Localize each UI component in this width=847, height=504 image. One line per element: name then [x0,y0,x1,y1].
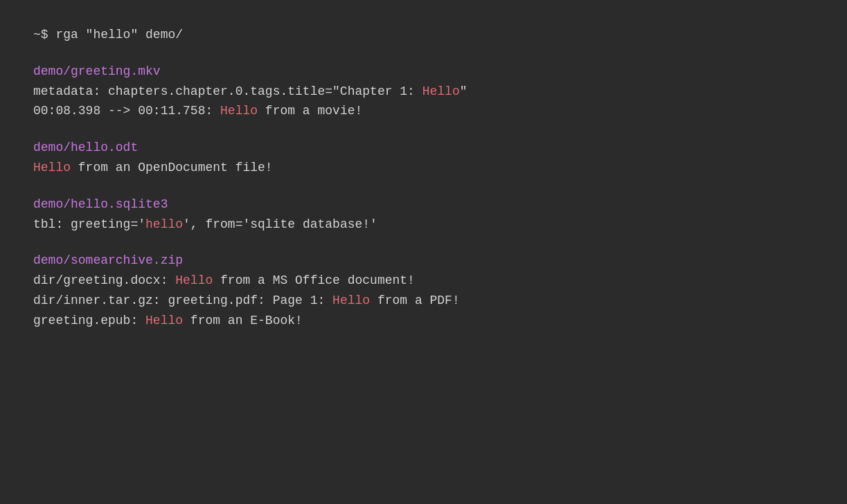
terminal: ~$ rga "hello" demo/ demo/greeting.mkvme… [33,25,814,331]
output-line: Hello from an OpenDocument file! [33,158,814,178]
output-text: from a movie! [258,104,362,118]
match-highlight: Hello [33,161,71,174]
file-path-zip: demo/somearchive.zip [33,251,814,271]
output-text: greeting.epub: [33,314,145,327]
output-text: dir/greeting.docx: [33,273,175,287]
output-sections: demo/greeting.mkvmetadata: chapters.chap… [33,62,814,331]
match-highlight: Hello [220,104,258,118]
section-odt: demo/hello.odtHello from an OpenDocument… [33,138,814,178]
section-mkv: demo/greeting.mkvmetadata: chapters.chap… [33,62,814,121]
output-line: dir/inner.tar.gz: greeting.pdf: Page 1: … [33,291,814,311]
output-line: dir/greeting.docx: Hello from a MS Offic… [33,271,814,291]
output-line: 00:08.398 --> 00:11.758: Hello from a mo… [33,101,814,121]
match-highlight: Hello [422,84,460,98]
file-path-sqlite3: demo/hello.sqlite3 [33,195,814,215]
command-line: ~$ rga "hello" demo/ [33,25,814,45]
file-path-odt: demo/hello.odt [33,138,814,158]
output-text: from a MS Office document! [213,273,415,287]
output-text: tbl: greeting=' [33,217,145,231]
file-path-mkv: demo/greeting.mkv [33,62,814,82]
match-highlight: Hello [145,314,183,327]
output-line: tbl: greeting='hello', from='sqlite data… [33,215,814,235]
output-text: from a PDF! [370,294,460,307]
output-line: metadata: chapters.chapter.0.tags.title=… [33,82,814,102]
output-text: from an OpenDocument file! [71,161,273,174]
output-text: from an E-Book! [183,314,303,327]
section-zip: demo/somearchive.zipdir/greeting.docx: H… [33,251,814,330]
output-line: greeting.epub: Hello from an E-Book! [33,311,814,331]
match-highlight: Hello [332,294,370,307]
match-highlight: Hello [175,273,213,287]
command-text: ~$ rga "hello" demo/ [33,28,183,42]
output-text: metadata: chapters.chapter.0.tags.title=… [33,84,422,98]
match-highlight: hello [145,217,183,231]
section-sqlite3: demo/hello.sqlite3tbl: greeting='hello',… [33,195,814,235]
output-text: dir/inner.tar.gz: greeting.pdf: Page 1: [33,294,332,307]
output-text: 00:08.398 --> 00:11.758: [33,104,220,118]
output-text: " [460,84,467,98]
output-text: ', from='sqlite database!' [183,217,377,231]
